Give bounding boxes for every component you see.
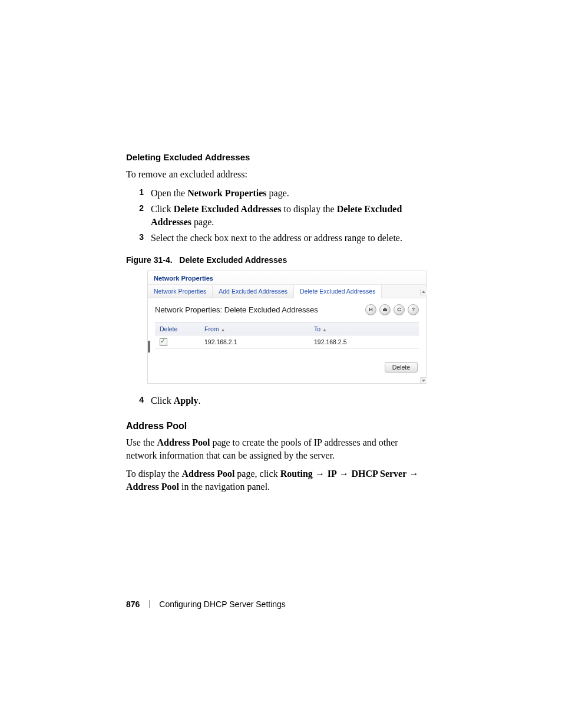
bold: IP <box>328 469 337 479</box>
bold: Delete Excluded Addresses <box>174 204 282 214</box>
step-num: 4 <box>126 394 151 407</box>
figure-title: Delete Excluded Addresses <box>179 255 287 265</box>
text: to display the <box>281 204 336 214</box>
address-pool-para-2: To display the Address Pool page, click … <box>126 467 427 493</box>
help-icon[interactable]: ? <box>408 304 419 315</box>
sort-icon: ▲ <box>221 327 226 332</box>
col-from-label: From <box>204 325 219 332</box>
bold: Apply <box>174 396 199 406</box>
bold: Address Pool <box>157 437 210 447</box>
checkbox-icon[interactable] <box>160 338 167 346</box>
bold: Routing <box>280 469 313 479</box>
bold: Address Pool <box>126 482 179 492</box>
toolbar-icons: H C ? <box>365 304 419 315</box>
text: . <box>198 396 200 406</box>
col-to[interactable]: To▲ <box>309 322 419 335</box>
steps-list: 1 Open the Network Properties page. 2 Cl… <box>126 187 427 245</box>
refresh-icon[interactable]: C <box>394 304 405 315</box>
bold: Network Properties <box>187 188 266 198</box>
separator <box>149 600 150 608</box>
text: page. <box>191 217 214 227</box>
step-num: 3 <box>126 232 151 245</box>
save-icon[interactable]: H <box>365 304 376 315</box>
footer-chapter-title: Configuring DHCP Server Settings <box>159 599 286 609</box>
arrow-icon: → <box>406 469 418 479</box>
page-number: 876 <box>126 599 140 609</box>
arrow-icon: → <box>337 469 352 479</box>
screenshot-delete-excluded: Network Properties Network Properties Ad… <box>147 271 427 384</box>
cell-from: 192.168.2.1 <box>200 335 309 348</box>
arrow-icon: → <box>313 469 328 479</box>
table-row: 192.168.2.1 192.168.2.5 <box>155 335 419 348</box>
scroll-up-icon[interactable] <box>420 289 427 295</box>
tab-add-excluded[interactable]: Add Excluded Addresses <box>213 285 294 298</box>
tab-network-properties[interactable]: Network Properties <box>148 285 213 298</box>
step-3: 3 Select the check box next to the addre… <box>126 232 427 245</box>
text: Click <box>151 204 174 214</box>
heading-deleting-excluded: Deleting Excluded Addresses <box>126 152 427 162</box>
table-header-row: Delete From▲ To▲ <box>155 322 419 335</box>
svg-rect-1 <box>384 308 386 309</box>
text: in the navigation panel. <box>179 482 270 492</box>
figure-caption: Figure 31-4. Delete Excluded Addresses <box>126 255 427 265</box>
tab-bar: Network Properties Add Excluded Addresse… <box>148 285 426 298</box>
address-pool-para-1: Use the Address Pool page to create the … <box>126 436 427 462</box>
delete-button[interactable]: Delete <box>385 362 418 373</box>
step-body: Open the Network Properties page. <box>151 187 289 200</box>
print-icon[interactable] <box>379 304 391 315</box>
text: Open the <box>151 188 187 198</box>
steps-list-2: 4 Click Apply. <box>126 394 427 407</box>
step-4: 4 Click Apply. <box>126 394 427 407</box>
heading-address-pool: Address Pool <box>126 421 427 431</box>
step-body: Click Delete Excluded Addresses to displ… <box>151 203 427 228</box>
step-1: 1 Open the Network Properties page. <box>126 187 427 200</box>
col-from[interactable]: From▲ <box>200 322 309 335</box>
col-to-label: To <box>314 325 320 332</box>
bold: DHCP Server <box>352 469 407 479</box>
step-body: Click Apply. <box>151 394 200 407</box>
text: page, click <box>234 469 280 479</box>
text: page. <box>267 188 289 198</box>
panel-title: Network Properties <box>148 271 426 285</box>
text: Click <box>151 396 174 406</box>
step-num: 2 <box>126 203 151 228</box>
svg-rect-0 <box>383 309 387 311</box>
text: To display the <box>126 469 181 479</box>
intro-line: To remove an excluded address: <box>126 168 427 181</box>
step-num: 1 <box>126 187 151 200</box>
bold: Address Pool <box>181 469 234 479</box>
figure-number: Figure 31-4. <box>126 255 173 265</box>
cell-to: 192.168.2.5 <box>309 335 419 348</box>
panel-subheading: Network Properties: Delete Excluded Addr… <box>155 305 318 314</box>
text: Select the check box next to the address… <box>151 233 402 243</box>
sort-icon: ▲ <box>322 327 327 332</box>
scrollbar-thumb[interactable] <box>148 341 150 353</box>
page-footer: 876 Configuring DHCP Server Settings <box>126 599 286 609</box>
tab-delete-excluded[interactable]: Delete Excluded Addresses <box>294 285 382 298</box>
excluded-addresses-table: Delete From▲ To▲ 192.168.2.1 192.168.2.5 <box>155 322 419 349</box>
text: Use the <box>126 437 157 447</box>
cell-delete-checkbox[interactable] <box>155 335 200 348</box>
step-2: 2 Click Delete Excluded Addresses to dis… <box>126 203 427 228</box>
col-delete[interactable]: Delete <box>155 322 200 335</box>
step-body: Select the check box next to the address… <box>151 232 402 245</box>
